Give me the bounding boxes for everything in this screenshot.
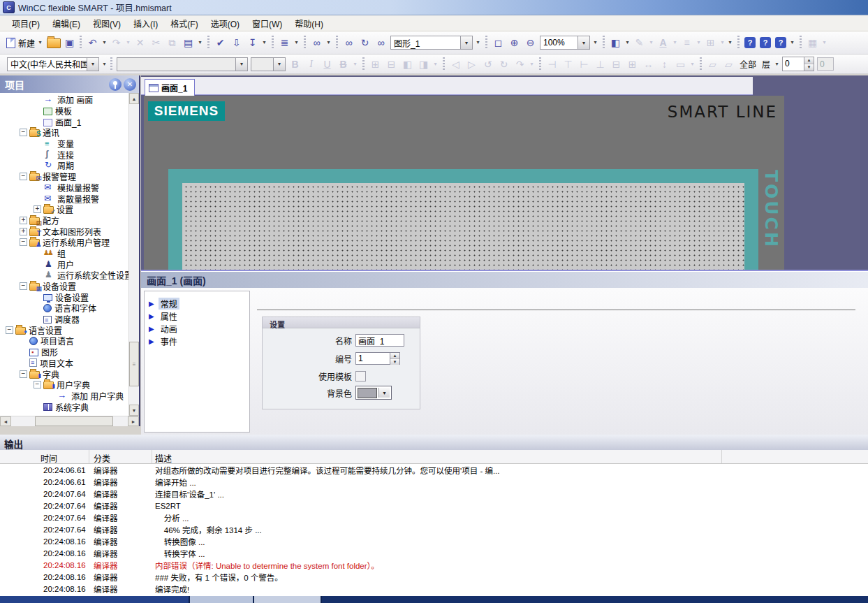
same-width-button[interactable]: ↔ — [641, 57, 656, 71]
expander-icon[interactable]: − — [20, 370, 27, 378]
save-button[interactable]: ▣ — [62, 36, 77, 50]
output-row[interactable]: 20:24:07.64 编译器 连接目标'设备_1' ... — [0, 488, 868, 500]
find-next-button[interactable]: ∞ — [374, 36, 388, 50]
output-row[interactable]: 20:24:08.16 编译器 转换字体 ... — [0, 547, 868, 559]
tree-item[interactable]: 组 — [0, 248, 128, 259]
tree-item[interactable]: 图形 — [0, 347, 128, 358]
zoom-combo[interactable]: 100% ▾ — [540, 36, 590, 50]
dropdown-caret[interactable]: ▾ — [789, 36, 795, 50]
output-row[interactable]: 20:24:08.16 编译器 编译完成! — [0, 583, 868, 595]
dropdown-caret[interactable]: ▾ — [37, 36, 43, 50]
expander-icon[interactable]: − — [20, 282, 27, 290]
tree-item[interactable]: 模板 — [0, 106, 128, 117]
menu-item[interactable]: 项目(P) — [6, 15, 46, 31]
dropdown-caret[interactable]: ▾ — [529, 57, 535, 71]
dropdown-caret[interactable]: ▾ — [261, 36, 267, 50]
menu-item[interactable]: 选项(O) — [205, 15, 246, 31]
properties-nav-item[interactable]: ▶ 属性 — [145, 310, 249, 322]
dropdown-caret[interactable]: ▾ — [475, 36, 481, 50]
layer-stepper[interactable]: 0 ▲▼ — [782, 57, 814, 71]
flip-vertical-button[interactable]: ◁ — [448, 57, 463, 71]
italic-button[interactable]: I — [304, 57, 318, 71]
zoom-area-button[interactable]: ◻ — [491, 36, 506, 50]
tree-item[interactable]: − 语言设置 — [0, 324, 128, 335]
expander-icon[interactable]: + — [34, 205, 41, 213]
spin-down-icon[interactable]: ▼ — [804, 64, 814, 71]
output-row[interactable]: 20:24:07.64 编译器 分析 ... — [0, 511, 868, 523]
print-preview-button[interactable]: ▦ — [805, 36, 820, 50]
output-row[interactable]: 20:24:08.16 编译器 转换图像 ... — [0, 535, 868, 547]
tree-item[interactable]: − 字典 — [0, 368, 128, 379]
center-horizontal-button[interactable]: ⊟ — [609, 57, 624, 71]
output-row[interactable]: 20:24:06.61 编译器 对组态所做的改动需要对项目进行完整编译。该过程可… — [0, 464, 868, 476]
scroll-up-icon[interactable]: ▲ — [129, 93, 139, 104]
font-color-button[interactable]: A — [656, 36, 670, 50]
align-bottom-button[interactable]: ⊥ — [593, 57, 608, 71]
flip-horizontal-button[interactable]: ▷ — [464, 57, 479, 71]
expander-icon[interactable]: − — [20, 173, 27, 180]
help-search-button[interactable]: ? — [775, 37, 786, 48]
tree-item[interactable]: − 报警管理 — [0, 171, 128, 182]
dropdown-caret[interactable]: ▾ — [197, 36, 203, 50]
spin-up-icon[interactable]: ▲ — [390, 353, 399, 358]
expander-icon[interactable]: + — [20, 217, 27, 224]
column-header-time[interactable]: 时间 — [0, 450, 89, 463]
tag-list-button[interactable]: ≣ — [277, 36, 292, 50]
output-row[interactable]: 20:24:07.64 编译器 46% 完成，剩余 1314 步 ... — [0, 523, 868, 535]
sync-button[interactable]: ↻ — [358, 36, 372, 50]
screen-canvas[interactable]: SIEMENS SMART LINE TOUCH — [144, 96, 784, 270]
scroll-down-icon[interactable]: ▼ — [129, 405, 139, 416]
fill-color-button[interactable]: ◧ — [608, 36, 623, 50]
zoom-in-button[interactable]: ⊕ — [507, 36, 522, 50]
zoom-out-button[interactable]: ⊖ — [523, 36, 538, 50]
tree-item[interactable]: 项目语言 — [0, 335, 128, 347]
tree-vertical-scrollbar[interactable]: ▲ ≡ ▼ — [128, 93, 139, 416]
expander-icon[interactable]: − — [6, 326, 13, 334]
group-button[interactable]: ⊞ — [368, 57, 383, 71]
tree-item[interactable]: + 配方 — [0, 215, 128, 226]
tree-item[interactable]: 模拟量报警 — [0, 182, 128, 194]
dropdown-caret[interactable]: ▾ — [774, 57, 780, 71]
dropdown-caret[interactable]: ▾ — [624, 36, 631, 50]
title-bar[interactable]: C WinCC flexible SMART - 项目.hmismart — [0, 0, 868, 15]
properties-nav-item[interactable]: ▶ 事件 — [145, 335, 249, 347]
tree-item[interactable]: 添加 画面 — [0, 94, 128, 106]
scroll-right-icon[interactable]: ► — [128, 416, 139, 426]
tree-item[interactable]: − 运行系统用户管理 — [0, 237, 128, 248]
find-in-project-button[interactable]: ∞ — [341, 36, 356, 50]
menu-item[interactable]: 格式(F) — [164, 15, 204, 31]
tree-item[interactable]: 连接 — [0, 149, 128, 160]
close-icon[interactable]: ✕ — [124, 78, 136, 91]
tree-item[interactable]: 画面_1 — [0, 116, 128, 127]
dropdown-caret[interactable]: ▾ — [101, 36, 108, 50]
align-left-button[interactable]: ⊣ — [545, 57, 559, 71]
screen-work-area[interactable] — [182, 183, 744, 270]
output-row[interactable]: 20:24:08.16 编译器 ### 失败，有 1 个错误，0 个警告。 — [0, 571, 868, 583]
scroll-left-icon[interactable]: ◄ — [0, 416, 11, 426]
pin-icon[interactable] — [109, 78, 122, 91]
new-button[interactable]: 新建 ▾ — [4, 35, 46, 51]
tree-item[interactable]: 离散量报警 — [0, 193, 128, 204]
dropdown-caret[interactable]: ▾ — [696, 36, 702, 50]
output-row[interactable]: 20:24:07.64 编译器 ES2RT — [0, 500, 868, 511]
align-right-button[interactable]: ⊢ — [577, 57, 591, 71]
bold-button[interactable]: B — [288, 57, 302, 71]
tree-item[interactable]: 项目文本 — [0, 358, 128, 369]
paste-button[interactable]: ▤ — [181, 36, 196, 50]
font-size-combo[interactable]: ▾ — [251, 57, 286, 71]
same-size-button[interactable]: ▭ — [673, 57, 688, 71]
strikethrough-button[interactable]: B — [336, 57, 351, 71]
dropdown-caret[interactable]: ▾ — [101, 57, 108, 71]
tree-item[interactable]: 变量 — [0, 138, 128, 150]
tree-item[interactable]: 用户 — [0, 259, 128, 270]
use-template-checkbox[interactable] — [355, 371, 366, 382]
tab-screen-1[interactable]: 画面_1 — [145, 79, 195, 96]
line-style-button[interactable]: ≡ — [679, 36, 694, 50]
copy-button[interactable]: ⧉ — [165, 36, 179, 50]
graphics-combo[interactable]: 图形_1 ▾ — [390, 36, 473, 50]
bring-to-front-button[interactable]: ◧ — [400, 57, 415, 71]
help-book-button[interactable]: ? — [744, 37, 756, 48]
menu-item[interactable]: 帮助(H) — [288, 15, 330, 31]
find-replace-button[interactable]: ∞ — [309, 36, 324, 50]
dropdown-caret[interactable]: ▾ — [592, 36, 598, 50]
